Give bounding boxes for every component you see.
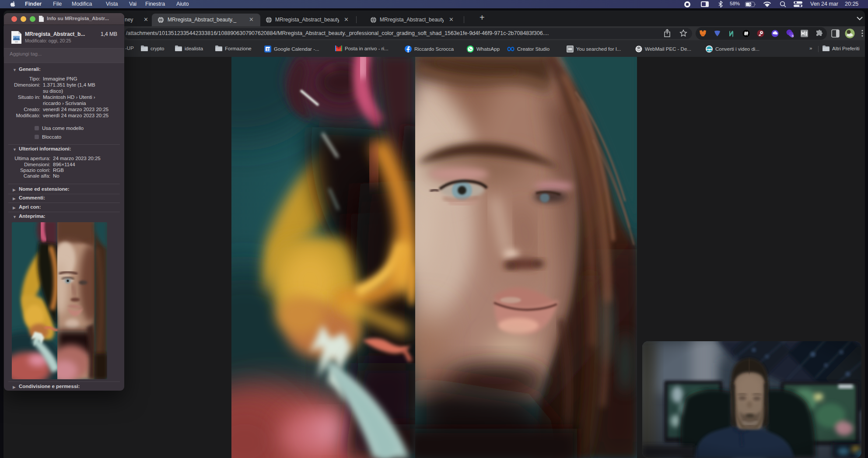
svg-text:5: 5 bbox=[792, 35, 794, 38]
svg-text:31: 31 bbox=[266, 47, 271, 52]
